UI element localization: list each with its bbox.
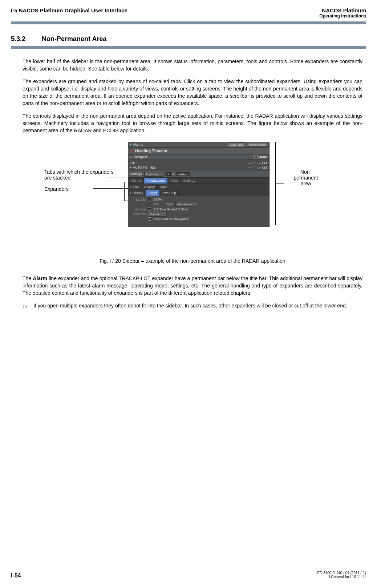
shipname-dropdown[interactable]: Ship Name (175, 202, 197, 207)
truescaled-label: AIS True Scaled Outline (153, 208, 188, 211)
paragraph-3: The controls displayed in the non-perman… (23, 112, 362, 134)
section-title: Non-Permanent Area (42, 35, 106, 43)
acknowledge-button[interactable]: Acknowledge (247, 143, 267, 147)
trackpilot-label: Trackpilot (133, 155, 147, 159)
tab-presentation[interactable]: Presentation (144, 178, 168, 184)
expander-target-label: Target (148, 191, 157, 195)
page-number: I-54 (11, 572, 21, 579)
warning-icon: ▲ (130, 149, 134, 153)
footer-doc: ED 3100 G 140 / 04 (2011-11) (317, 571, 366, 575)
expander-ownship[interactable]: Own Ship (160, 190, 179, 196)
annotation-expanders: Expanders (44, 186, 69, 192)
expander-enc[interactable]: ▸ENC (128, 184, 142, 190)
section-divider (11, 46, 366, 49)
fig-data-block: Off ▸AUTO FillHdg. ---.- ° -.-- NM ---.-… (128, 160, 269, 171)
expander-display-label: Display (144, 185, 155, 189)
expander-target[interactable]: Target (146, 190, 160, 196)
fig-expanders-row1: ▸ENC Display Depth (128, 184, 269, 190)
annotation-nonperm: Non- permanent area (284, 169, 328, 186)
note-text: If you open multiple expanders they ofte… (33, 302, 347, 311)
ais-checkbox[interactable] (148, 203, 151, 206)
figure-caption: Fig. I / 20 Sidebar – example of the non… (23, 258, 362, 264)
figure-screenshot: ▸ Alarms Stop Horn Acknowledge ▲ Heading… (128, 142, 269, 227)
arpa-label: ARPA (153, 198, 162, 201)
fig-settings-row: Settings Economy 9 ▾ Adjust (128, 171, 269, 178)
fig-body: Labels ARPA AIS Type Ship Name Outline (128, 196, 269, 227)
header-right-sub: Operating Instructions (319, 13, 366, 19)
caret-icon: ▸ (130, 143, 131, 146)
caret-icon: ▸ (130, 192, 132, 194)
fig-heading-row: ▲ Heading Timeout (128, 148, 269, 154)
arpa-checkbox[interactable] (148, 198, 151, 201)
bracket-nonperm (271, 142, 276, 225)
annotation-line-2 (93, 188, 124, 189)
fig-alarm-bar: ▸ Alarms Stop Horn Acknowledge (128, 142, 269, 148)
nonperm-l2: permanent (284, 175, 328, 181)
type-label: Type (166, 202, 174, 206)
footer-divider (11, 569, 366, 569)
nonperm-l1: Non- (284, 169, 328, 175)
alarm-label: Alarms (133, 143, 143, 146)
bracket-expanders (124, 188, 128, 201)
stop-horn-button[interactable]: Stop Horn (228, 142, 245, 147)
tab-settings[interactable]: Settings (181, 178, 198, 184)
check-icon (254, 155, 258, 158)
header-right: NACOS Platinum Operating Instructions (319, 7, 366, 19)
symbols-label: Symbols (130, 212, 146, 216)
header-left: I-5 NACOS Platinum Graphical User Interf… (11, 7, 127, 19)
caret-icon: ▸ (130, 166, 132, 169)
settings-label: Settings (130, 172, 142, 176)
standard-dropdown[interactable]: Standard (148, 212, 167, 217)
annotation-line-3 (276, 184, 284, 184)
labels-label: Labels (130, 198, 146, 201)
header-divider (11, 21, 366, 24)
section-number: 5.3.2 (11, 35, 25, 43)
autofill-label: AUTO Fill (133, 166, 147, 169)
footer-file: I General.fm / 10.11.11 (317, 575, 366, 579)
heading-timeout-label: Heading Timeout (135, 149, 167, 153)
paragraph-1: The lower half of the sidebar is the non… (23, 58, 362, 73)
fig-trackpilot-bar: ▸ Trackpilot Master (128, 154, 269, 160)
deg2: ° (254, 166, 255, 169)
expander-display2[interactable]: ▸Display (128, 190, 146, 196)
paragraph-4: The Alarm line expander and the optional… (23, 275, 362, 297)
showaids-checkbox[interactable] (148, 217, 151, 221)
p4-prefix: The (23, 275, 33, 281)
ais-label: AIS (153, 202, 159, 206)
caret-icon: ▸ (130, 185, 132, 188)
spin-caret-icon[interactable]: ▾ (173, 173, 174, 176)
annotation-tabs: Tabs with which the expanders are stacke… (44, 169, 117, 181)
spin-value[interactable]: 9 (166, 172, 171, 176)
caret-icon: ▸ (130, 156, 131, 158)
economy-dropdown[interactable]: Economy (144, 172, 163, 177)
nm2: -.-- NM (257, 166, 267, 169)
adjust-button[interactable]: Adjust (177, 172, 190, 176)
tab-tools[interactable]: Tools (168, 178, 181, 184)
nm1: -.-- NM (257, 161, 267, 165)
expander-ownship-label: Own Ship (162, 191, 176, 195)
off-label: Off (130, 161, 135, 165)
showaids-label: Show Aids To Navigation (153, 217, 189, 221)
note-block: ☞ If you open multiple expanders they of… (23, 302, 362, 311)
nonperm-l3: area (284, 181, 328, 186)
p4-rest: line expander and the optional TRACKPILO… (23, 275, 362, 296)
hdg-label: Hdg. (150, 166, 157, 169)
expander-depth[interactable]: Depth (158, 184, 171, 190)
expander-depth-label: Depth (160, 185, 169, 189)
expander-display[interactable]: Display (142, 184, 158, 190)
fig-expanders-row2: ▸Display Target Own Ship (128, 190, 269, 196)
deg1: ° (254, 161, 255, 165)
fig-tabs-row: Alarms Presentation Tools Settings (128, 178, 269, 184)
master-label: Master (259, 155, 267, 158)
tab-alarms[interactable]: Alarms (128, 178, 144, 184)
annotation-line (106, 177, 126, 177)
expander-display2-label: Display (133, 191, 143, 195)
p4-bold: Alarm (33, 275, 47, 281)
expander-enc-label: ENC (133, 185, 139, 189)
figure-area: Tabs with which the expanders are stacke… (23, 142, 362, 236)
master-checkbox[interactable]: Master (254, 155, 267, 159)
header-right-title: NACOS Platinum (319, 7, 366, 13)
section-heading: 5.3.2 Non-Permanent Area (11, 35, 366, 43)
paragraph-2: The expanders are grouped and stacked by… (23, 78, 362, 107)
truescaled-checkbox[interactable] (148, 208, 151, 211)
